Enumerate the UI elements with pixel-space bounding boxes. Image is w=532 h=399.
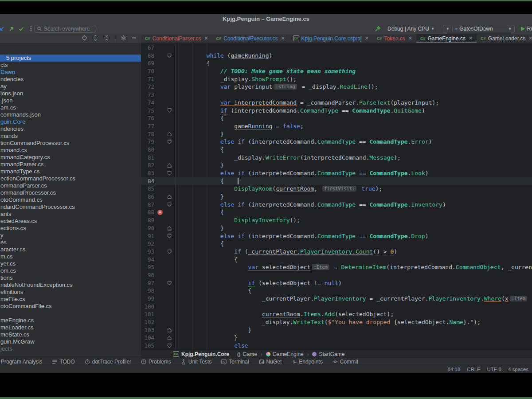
settings-gear-icon[interactable] (121, 35, 126, 43)
breadcrumb-item-startgame[interactable]: StartGame (312, 351, 344, 357)
breadcrumb-item-kpjg-penguin-core[interactable]: C#Kpjg.Penguin.Core (173, 351, 229, 357)
code-line[interactable]: 87 else if (interpretedCommand.CommandTy… (141, 201, 532, 209)
toolwindow-button-endpoints[interactable]: Endpoints (291, 359, 322, 365)
gutter[interactable]: 69 (141, 59, 176, 67)
code-line[interactable]: 104 } (141, 334, 532, 342)
code-line[interactable]: 103 } (141, 326, 532, 334)
chevron-down-icon[interactable]: ▼ (443, 27, 453, 31)
gutter[interactable]: 90 (141, 224, 176, 232)
gutter[interactable]: 78 (141, 130, 176, 138)
tree-item[interactable]: commands.json (0, 111, 141, 118)
code-line[interactable]: 73 (141, 91, 532, 99)
gutter[interactable]: 105 (141, 342, 176, 350)
code-line[interactable]: 68 while (gameRunning) (141, 52, 532, 60)
chevron-down-icon[interactable]: ▼ (508, 27, 512, 31)
code-line[interactable]: 98 { (141, 287, 532, 295)
tree-item[interactable]: ants (0, 211, 141, 218)
gutter[interactable]: 82 (141, 161, 176, 169)
gutter[interactable]: 71 (141, 75, 176, 83)
code-line[interactable]: 91 else if (interpretedCommand.CommandTy… (141, 232, 532, 240)
gutter[interactable]: 88+ (141, 208, 176, 216)
gutter[interactable]: 70 (141, 67, 176, 75)
push-green-arrow-icon[interactable] (7, 24, 16, 33)
tree-item[interactable]: Dawn (0, 69, 141, 76)
tree-item[interactable]: mmandCategory.cs (0, 154, 141, 161)
tree-item[interactable]: otoCommand.cs (0, 196, 141, 203)
code-line[interactable]: 82 } (141, 161, 532, 169)
gutter[interactable]: 92 (141, 240, 176, 248)
gutter[interactable]: 91 (141, 232, 176, 240)
editor-surface[interactable]: 6768 while (gameRunning)69 {70 // TODO: … (141, 43, 532, 350)
code-line[interactable]: 94 { (141, 256, 532, 264)
fold-open-icon[interactable] (168, 203, 172, 207)
gutter[interactable]: 79 (141, 138, 176, 146)
editor-tab-token-cs[interactable]: C#Token.cs✕ (373, 34, 416, 43)
code-line[interactable]: 90 } (141, 224, 532, 232)
fold-close-icon[interactable] (168, 163, 172, 168)
tree-item[interactable]: meFile.cs (0, 296, 141, 303)
tree-item[interactable]: ections.cs (0, 225, 141, 232)
editor-tab-gameloader-cs[interactable]: C#GameLoader.cs✕ (477, 34, 532, 43)
gutter[interactable]: 95 (141, 263, 176, 271)
code-line[interactable]: 92 { (141, 240, 532, 248)
gutter[interactable]: 81 (141, 154, 176, 162)
fold-open-icon[interactable] (168, 171, 172, 176)
commit-check-icon[interactable] (16, 24, 26, 33)
line-ending-indicator[interactable]: CRLF (467, 367, 480, 372)
code-line[interactable]: 70 // TODO: Make game state mean somethi… (141, 67, 532, 75)
gutter[interactable]: 74 (141, 99, 176, 107)
code-line[interactable]: 99 _currentPlayer.PlayerInventory = _cur… (141, 295, 532, 303)
fold-close-icon[interactable] (168, 328, 172, 332)
tree-item[interactable]: meEngine.cs (0, 317, 141, 324)
gutter[interactable]: 84 (141, 177, 176, 185)
code-line[interactable]: 81 _display.WriteError(interpretedComman… (141, 154, 532, 162)
fold-close-icon[interactable] (168, 226, 172, 231)
tree-item[interactable]: guin.Core (0, 118, 141, 125)
code-line[interactable]: 105 else (141, 342, 532, 350)
tree-item[interactable]: ions.json (0, 90, 141, 97)
editor-tab-kpjg-penguin-core-csproj[interactable]: C#Kpjg.Penguin.Core.csproj✕ (289, 34, 373, 43)
tab-close-icon[interactable]: ✕ (365, 35, 369, 41)
toolwindow-button-problems[interactable]: Problems (141, 359, 171, 365)
tab-close-icon[interactable]: ✕ (281, 35, 285, 41)
toolwindow-button-terminal[interactable]: Terminal (221, 359, 249, 365)
fold-open-icon[interactable] (168, 250, 172, 254)
breadcrumb-item-game[interactable]: ()Game (237, 351, 257, 357)
fold-open-icon[interactable] (168, 234, 172, 238)
tree-item[interactable]: om.cs (0, 267, 141, 274)
gutter[interactable]: 68 (141, 52, 176, 60)
encoding-indicator[interactable]: UTF-8 (487, 367, 501, 372)
gutter[interactable]: 67 (141, 44, 176, 52)
code-line[interactable]: 86 } (141, 193, 532, 201)
code-line[interactable]: 101 currentRoom.Items.Add(selectedObject… (141, 310, 532, 318)
fold-open-icon[interactable] (168, 108, 172, 113)
gutter[interactable]: 103 (141, 326, 176, 334)
editor-tab-conditionalexecutor-cs[interactable]: C#ConditionalExecutor.cs✕ (212, 34, 289, 43)
tree-item[interactable]: es (0, 239, 141, 246)
tree-item[interactable]: mmandType.cs (0, 168, 141, 175)
tree-item[interactable]: ndencies (0, 125, 141, 133)
gutter[interactable]: 102 (141, 318, 176, 326)
code-area[interactable]: 6768 while (gameRunning)69 {70 // TODO: … (141, 44, 532, 350)
indent-indicator[interactable]: 4 spaces (508, 367, 528, 372)
code-line[interactable]: 78 } (141, 130, 532, 138)
update-blue-arrow-icon[interactable] (0, 24, 7, 33)
code-line[interactable]: 77 gameRunning = false; (141, 122, 532, 130)
code-line[interactable]: 97 if (selectedObject != null) (141, 279, 532, 287)
code-line[interactable]: 102 _display.WriteText($"You have droppe… (141, 318, 532, 326)
tab-close-icon[interactable]: ✕ (469, 35, 473, 41)
breadcrumb-item-gameengine[interactable]: GameEngine (266, 351, 304, 357)
run-button[interactable]: Run (521, 26, 532, 32)
code-line[interactable]: 85 DisplayRoom(currentRoom, firstVisit: … (141, 185, 532, 193)
fold-open-icon[interactable] (168, 344, 172, 348)
tab-close-icon[interactable]: ✕ (204, 35, 208, 41)
build-configuration-selector[interactable]: Debug | Any CPU (387, 26, 429, 32)
code-line[interactable]: 67 (141, 44, 532, 52)
tree-item[interactable]: ndardCommandProcessor.cs (0, 203, 141, 211)
gutter[interactable]: 83 (141, 169, 176, 177)
gutter[interactable]: 75 (141, 107, 176, 115)
tree-item[interactable]: meState.cs (0, 331, 141, 338)
code-line[interactable]: 95 var selectedObject:Item = DetermineIt… (141, 263, 532, 271)
tree-item[interactable]: aracter.cs (0, 246, 141, 253)
gutter[interactable]: 80 (141, 146, 176, 154)
